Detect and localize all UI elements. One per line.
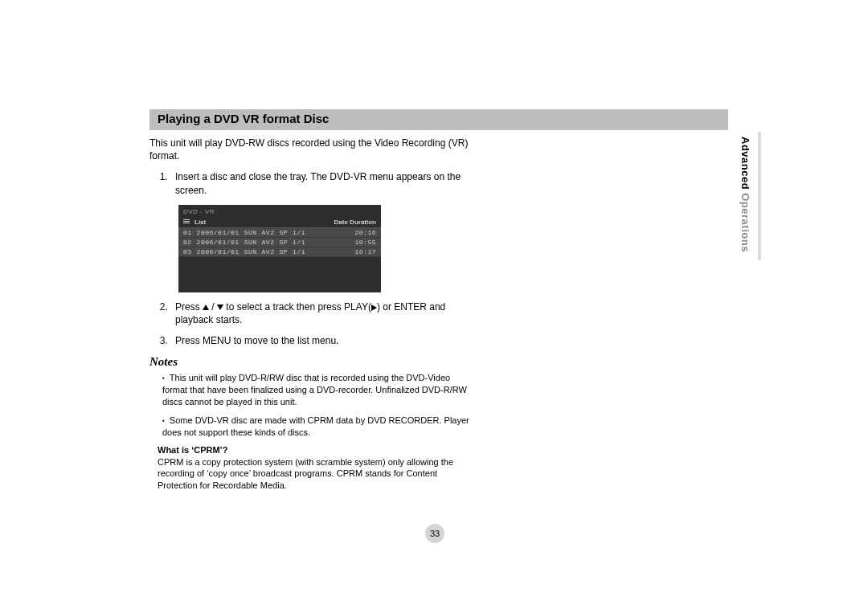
table-row: 03 2006/01/01 SUN AV2 SP 1/1 16:17 <box>178 247 381 257</box>
screenshot-header-left: List <box>194 219 206 226</box>
play-icon <box>371 304 377 311</box>
intro-text: This unit will play DVD-RW discs recorde… <box>149 137 471 162</box>
section-title-bar: Playing a DVD VR format Disc <box>149 109 728 130</box>
step-1: Insert a disc and close the tray. The DV… <box>170 170 471 196</box>
section-title: Playing a DVD VR format Disc <box>158 112 329 125</box>
down-arrow-icon <box>217 304 223 310</box>
cprm-heading: What is ‘CPRM’? <box>158 445 471 455</box>
notes-heading: Notes <box>149 355 471 369</box>
step-2: Press / to select a track then press PLA… <box>170 300 471 326</box>
screenshot-header: List Date Duration <box>178 217 381 228</box>
list-icon <box>183 219 190 224</box>
notes-list: This unit will play DVD-R/RW disc that i… <box>158 372 471 438</box>
section-tab: Advanced Operations <box>739 137 751 252</box>
steps-list: Insert a disc and close the tray. The DV… <box>158 170 471 196</box>
side-tab-bar <box>758 132 761 260</box>
section-tab-bold: Advanced <box>739 137 751 190</box>
note-2: Some DVD-VR disc are made with CPRM data… <box>162 415 471 439</box>
dvd-vr-menu-screenshot: DVD - VR List Date Duration 01 2006/01/0… <box>178 205 381 292</box>
steps-list-cont: Press / to select a track then press PLA… <box>158 300 471 348</box>
up-arrow-icon <box>203 304 209 310</box>
step-3: Press MENU to move to the list menu. <box>170 334 471 347</box>
cprm-body: CPRM is a copy protection system (with s… <box>158 456 471 492</box>
page-content: Playing a DVD VR format Disc This unit w… <box>149 109 728 492</box>
table-row: 02 2006/01/01 SUN AV2 SP 1/1 10:55 <box>178 238 381 247</box>
screenshot-title: DVD - VR <box>178 205 381 217</box>
table-row: 01 2006/01/01 SUN AV2 SP 1/1 20:16 <box>178 228 381 238</box>
screenshot-header-right: Date Duration <box>334 219 376 226</box>
note-1: This unit will play DVD-R/RW disc that i… <box>162 372 471 408</box>
section-tab-light: Operations <box>739 190 751 252</box>
page-number: 33 <box>425 524 444 543</box>
